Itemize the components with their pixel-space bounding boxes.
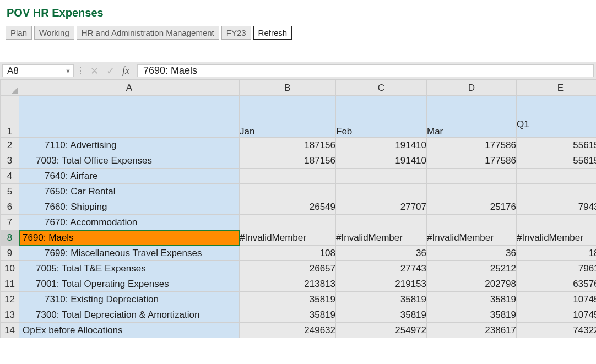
cell-E11[interactable]: 635764 [517,276,597,292]
cell-B4[interactable] [240,169,336,184]
cell-B11[interactable]: 213813 [240,276,336,292]
row-header[interactable]: 6 [1,199,19,215]
cell-C13[interactable]: 35819 [336,307,427,323]
cell-B7[interactable] [240,215,336,230]
cell-C12[interactable]: 35819 [336,292,427,307]
row-header[interactable]: 3 [1,153,19,169]
cell-C10[interactable]: 27743 [336,261,427,276]
cell-D9[interactable]: 36 [427,246,517,261]
cell-D10[interactable]: 25212 [427,261,517,276]
row-header[interactable]: 10 [1,261,19,276]
row-header[interactable]: 7 [1,215,19,230]
cell-C2[interactable]: 191410 [336,138,427,153]
cell-A1[interactable] [19,96,240,138]
cell-E13[interactable]: 107456 [517,307,597,323]
cell-A11[interactable]: 7001: Total Operating Expenses [19,276,240,292]
chevron-down-icon[interactable]: ▼ [65,68,71,74]
cell-C8[interactable]: #InvalidMember [336,230,427,246]
cell-C1[interactable]: Feb [336,96,427,138]
col-header-e[interactable]: E [517,80,597,96]
cell-D6[interactable]: 25176 [427,199,517,215]
cell-A9[interactable]: 7699: Miscellaneous Travel Expenses [19,246,240,261]
select-all-corner[interactable] [1,80,19,96]
cell-B3[interactable]: 187156 [240,153,336,169]
cell-B9[interactable]: 108 [240,246,336,261]
cell-A10[interactable]: 7005: Total T&E Expenses [19,261,240,276]
enter-icon[interactable]: ✓ [106,65,115,77]
cell-A8[interactable]: 7690: Maels [19,230,240,246]
cell-E5[interactable] [517,184,597,199]
row-header[interactable]: 11 [1,276,19,292]
cell-E9[interactable]: 180 [517,246,597,261]
spreadsheet-grid[interactable]: A B C D E 1 Jan Feb Mar Q1 27110: Advert… [0,80,596,338]
cell-E8[interactable]: #InvalidMember [517,230,597,246]
cell-E2[interactable]: 556152 [517,138,597,153]
cell-B6[interactable]: 26549 [240,199,336,215]
cell-A3[interactable]: 7003: Total Office Expenses [19,153,240,169]
cell-E7[interactable] [517,215,597,230]
col-header-a[interactable]: A [19,80,240,96]
cell-C6[interactable]: 27707 [336,199,427,215]
cell-B12[interactable]: 35819 [240,292,336,307]
cell-A13[interactable]: 7300: Total Depreciation & Amortization [19,307,240,323]
name-box[interactable]: A8 ▼ [2,64,74,77]
row-header[interactable]: 1 [1,96,19,138]
cell-D13[interactable]: 35819 [427,307,517,323]
cell-E14[interactable]: 743221 [517,323,597,338]
cell-B2[interactable]: 187156 [240,138,336,153]
cell-B14[interactable]: 249632 [240,323,336,338]
cell-B8[interactable]: #InvalidMember [240,230,336,246]
cell-A4[interactable]: 7640: Airfare [19,169,240,184]
cell-C3[interactable]: 191410 [336,153,427,169]
cell-B1[interactable]: Jan [240,96,336,138]
cell-D7[interactable] [427,215,517,230]
cell-E10[interactable]: 79613 [517,261,597,276]
cell-D1[interactable]: Mar [427,96,517,138]
cell-B13[interactable]: 35819 [240,307,336,323]
cell-C7[interactable] [336,215,427,230]
col-header-c[interactable]: C [336,80,427,96]
cell-C11[interactable]: 219153 [336,276,427,292]
cell-C4[interactable] [336,169,427,184]
pov-year-button[interactable]: FY23 [221,26,251,40]
fx-icon[interactable]: fx [122,65,129,77]
cell-D5[interactable] [427,184,517,199]
col-header-b[interactable]: B [240,80,336,96]
row-header[interactable]: 12 [1,292,19,307]
cell-A12[interactable]: 7310: Existing Depreciation [19,292,240,307]
cell-D8[interactable]: #InvalidMember [427,230,517,246]
formula-input[interactable]: 7690: Maels [137,64,594,77]
cell-E4[interactable] [517,169,597,184]
row-header[interactable]: 13 [1,307,19,323]
cell-E1[interactable]: Q1 [517,96,597,138]
refresh-button[interactable]: Refresh [253,26,292,40]
cell-D11[interactable]: 202798 [427,276,517,292]
row-header[interactable]: 4 [1,169,19,184]
cell-B5[interactable] [240,184,336,199]
cell-A6[interactable]: 7660: Shipping [19,199,240,215]
cell-D14[interactable]: 238617 [427,323,517,338]
cell-C5[interactable] [336,184,427,199]
cell-D3[interactable]: 177586 [427,153,517,169]
cell-E12[interactable]: 107456 [517,292,597,307]
pov-entity-button[interactable]: HR and Administration Management [77,26,219,40]
pov-working-button[interactable]: Working [34,26,74,40]
row-header[interactable]: 5 [1,184,19,199]
cell-D2[interactable]: 177586 [427,138,517,153]
row-header[interactable]: 8 [1,230,19,246]
cell-C14[interactable]: 254972 [336,323,427,338]
cell-E3[interactable]: 556152 [517,153,597,169]
col-header-d[interactable]: D [427,80,517,96]
cell-D12[interactable]: 35819 [427,292,517,307]
cell-D4[interactable] [427,169,517,184]
cell-A7[interactable]: 7670: Accommodation [19,215,240,230]
cell-A2[interactable]: 7110: Advertising [19,138,240,153]
row-header[interactable]: 9 [1,246,19,261]
row-header[interactable]: 2 [1,138,19,153]
cell-B10[interactable]: 26657 [240,261,336,276]
cancel-icon[interactable]: ✕ [90,65,99,77]
pov-plan-button[interactable]: Plan [6,26,32,40]
cell-E6[interactable]: 79433 [517,199,597,215]
cell-A14[interactable]: OpEx before Allocations [19,323,240,338]
row-header[interactable]: 14 [1,323,19,338]
